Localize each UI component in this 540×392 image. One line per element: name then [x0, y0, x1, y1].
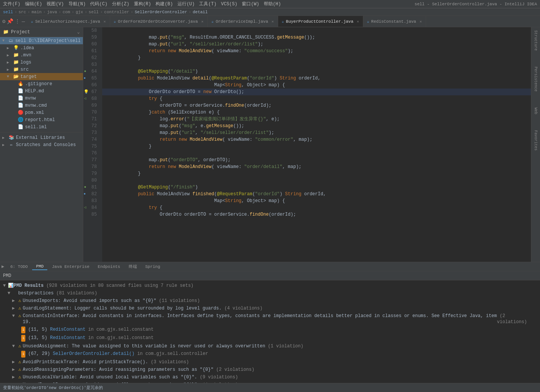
- pmd-unused-assignment[interactable]: ▼ ⚠ UnusedAssignment: The value assigned…: [0, 342, 540, 350]
- guardlog-expand[interactable]: ▶: [12, 305, 17, 311]
- tree-mvnw[interactable]: ▶ 📄 mvnw: [0, 95, 83, 102]
- unusedlocal-expand[interactable]: ▶: [12, 374, 17, 380]
- settings-icon[interactable]: ⚙: [2, 18, 5, 25]
- expand-icon[interactable]: ▶: [2, 264, 4, 269]
- tree-helpmd[interactable]: ▶ 📄 HELP.md: [0, 87, 83, 95]
- src-icon: 📁: [13, 67, 19, 72]
- web-icon[interactable]: Web: [534, 107, 538, 114]
- bc-java[interactable]: java: [47, 10, 57, 14]
- bc-src[interactable]: src: [19, 10, 26, 14]
- tree-target[interactable]: ▼ 📂 target: [0, 73, 83, 80]
- persistence-icon[interactable]: Persistence: [534, 67, 538, 92]
- tree-selliml[interactable]: ▶ 📄 sell.iml: [0, 123, 83, 131]
- tree-gitignore[interactable]: ▶ 🔥 .gitignore: [0, 80, 83, 87]
- pmd-constants-sub1[interactable]: ▶ 1 (11, 5) RedisConstant in com.gjx.sel…: [0, 326, 540, 334]
- tab-close-icon3[interactable]: ✕: [272, 19, 274, 24]
- tree-mvn[interactable]: ▶ 📁 .mvn: [0, 51, 83, 59]
- menu-view[interactable]: 视图(V): [47, 1, 64, 7]
- menu-file[interactable]: 文件(F): [3, 1, 20, 7]
- bestpractices-expand[interactable]: ▼: [8, 290, 12, 296]
- avoidreassign-expand[interactable]: ▶: [12, 367, 17, 373]
- bc-com[interactable]: com: [62, 10, 70, 14]
- ln-64: 64●: [83, 68, 100, 75]
- tree-reporthtml[interactable]: ▶ 🌐 report.html: [0, 116, 83, 123]
- tree-external-libs[interactable]: ▶ 📚 External Libraries: [0, 134, 83, 141]
- tab-menu-icon[interactable]: ⋮: [15, 18, 20, 25]
- tab-orderform-converter[interactable]: ☕ OrderForm2OrderDtoConverter.java ✕: [110, 16, 208, 27]
- tab-close-all-icon[interactable]: —: [22, 19, 25, 25]
- pmd-avoid-print[interactable]: ▶ ⚠ AvoidPrintStackTrace: Avoid printSta…: [0, 358, 540, 366]
- pmd-constants-sub2[interactable]: ▶ 1 (13, 5) RedisConstant in com.gjx.sel…: [0, 334, 540, 342]
- tree-mvnwcmd[interactable]: ▶ 📄 mvnw.cmd: [0, 102, 83, 109]
- pmd-unusedassign-sub1[interactable]: ▶ 1 (67, 29) SellerOrderController.detai…: [0, 350, 540, 358]
- bestpractices-label: bestpractices: [18, 290, 54, 296]
- tree-src[interactable]: ▶ 📁 src: [0, 66, 83, 73]
- header-expand-icon[interactable]: ⌄: [77, 29, 80, 35]
- tab-java-enterprise[interactable]: Java Enterprise: [48, 264, 93, 270]
- menu-run[interactable]: 运行(U): [177, 1, 195, 7]
- helpmd-label: HELP.md: [25, 89, 44, 94]
- pmd-guard-log[interactable]: ▶ ⚠ GuardLogStatement: Logger calls shou…: [0, 305, 540, 312]
- tree-pomxml[interactable]: ▶ 🔴 pom.xml: [0, 109, 83, 116]
- tab-terminal[interactable]: 终端: [125, 263, 141, 270]
- tab-close-icon4[interactable]: ✕: [357, 19, 359, 24]
- tab-order-service-impl[interactable]: ☕ OrderServiceImpl.java ✕: [208, 16, 278, 27]
- menu-window[interactable]: 窗口(W): [242, 1, 259, 7]
- idea-label: .idea: [20, 45, 34, 51]
- pmd-unused-imports[interactable]: ▶ ⚠ UnusedImports: Avoid unused imports …: [0, 297, 540, 305]
- pmd-unused-local[interactable]: ▶ ⚠ UnusedLocalVariable: Avoid unused lo…: [0, 373, 540, 381]
- structure-icon[interactable]: Structure: [534, 30, 538, 51]
- unusedimports-expand[interactable]: ▶: [12, 298, 17, 304]
- pmd-content[interactable]: ▼ 📊 PMD Results (928 violations in 80 sc…: [0, 280, 540, 383]
- logs-icon: 📁: [13, 59, 19, 65]
- code-content[interactable]: 58 59 60 61 62 63 64● 65● 66 67💡 68◁ 69 …: [83, 27, 531, 262]
- tree-logs[interactable]: ▶ 📁 logs: [0, 59, 83, 66]
- tab-endpoints[interactable]: Endpoints: [94, 264, 124, 270]
- project-tree: ▼ 🗂 sell D:\IDEAProject\sell ▶ 💡 .idea ▶…: [0, 37, 83, 262]
- tab-buyer-product-controller[interactable]: ☕ BuyerProductController.java ✕: [278, 16, 363, 27]
- target-arrow: ▼: [7, 75, 11, 79]
- tab-pmd[interactable]: PMD: [32, 263, 47, 270]
- tree-scratches[interactable]: ▶ ✏ Scratches and Consoles: [0, 141, 83, 148]
- bc-controller[interactable]: controller: [104, 10, 129, 14]
- favorites-icon[interactable]: Favorites: [534, 130, 538, 151]
- code-lines[interactable]: map.put("msg", ResultEnum.ORDER_CANCEL_S…: [102, 27, 531, 262]
- pmd-results-expand[interactable]: ▼: [3, 283, 8, 289]
- bc-class[interactable]: SellerOrderController: [135, 10, 187, 14]
- unusedassign-label: UnusedAssignment: The value assigned to …: [23, 343, 265, 349]
- bc-sell2[interactable]: sell: [89, 10, 98, 14]
- pmd-constants-interface[interactable]: ▼ ⚠ ConstantsInInterface: Avoid constant…: [0, 312, 540, 326]
- ln-82: 82●: [83, 191, 100, 198]
- tab-spring[interactable]: Spring: [142, 264, 164, 270]
- menu-help[interactable]: 帮助(H): [264, 1, 281, 7]
- bc-sell[interactable]: sell: [3, 10, 13, 14]
- tab-close-icon5[interactable]: ✕: [420, 19, 422, 24]
- tree-root[interactable]: ▼ 🗂 sell D:\IDEAProject\sell: [0, 37, 83, 44]
- bc-main[interactable]: main: [31, 10, 41, 14]
- gutter-icon-81: ●: [84, 184, 86, 191]
- pmd-bestpractices[interactable]: ▼ bestpractices (81 violations): [0, 289, 540, 297]
- bc-method[interactable]: detail: [193, 10, 208, 14]
- menu-code[interactable]: 代码(C): [90, 1, 107, 7]
- tab-redis-constant[interactable]: ☕ RedisConstant.java ✕: [363, 16, 426, 27]
- menu-edit[interactable]: 编辑(E): [25, 1, 42, 7]
- bc-gjx[interactable]: gjx: [76, 10, 83, 14]
- menu-refactor[interactable]: 重构(R): [134, 1, 151, 7]
- unusedassign-expand[interactable]: ▼: [12, 343, 17, 349]
- tree-idea[interactable]: ▶ 💡 .idea: [0, 44, 83, 51]
- gitignore-label: .gitignore: [25, 81, 52, 87]
- tab-close-icon2[interactable]: ✕: [201, 19, 204, 24]
- tab-todo[interactable]: 6: TODO: [6, 264, 31, 270]
- constants-expand[interactable]: ▼: [12, 313, 17, 319]
- menu-build[interactable]: 构建(B): [156, 1, 173, 7]
- menu-navigate[interactable]: 导航(N): [68, 1, 86, 7]
- pmd-results-row[interactable]: ▼ 📊 PMD Results (928 violations in 80 sc…: [0, 282, 540, 289]
- tab-close-icon[interactable]: ✕: [104, 19, 106, 24]
- menu-tools[interactable]: 工具(T): [199, 1, 216, 7]
- menu-analyze[interactable]: 分析(Z): [112, 1, 129, 7]
- pmd-avoid-reassign[interactable]: ▶ ⚠ AvoidReassigningParameters: Avoid re…: [0, 366, 540, 373]
- pin-icon[interactable]: 📌: [7, 18, 13, 25]
- tab-seller-authorize[interactable]: ☕ SellerAuthorizeAspect.java ✕: [27, 16, 110, 27]
- avoidprint-expand[interactable]: ▶: [12, 359, 17, 365]
- menu-vcs[interactable]: VCS(S): [221, 2, 237, 7]
